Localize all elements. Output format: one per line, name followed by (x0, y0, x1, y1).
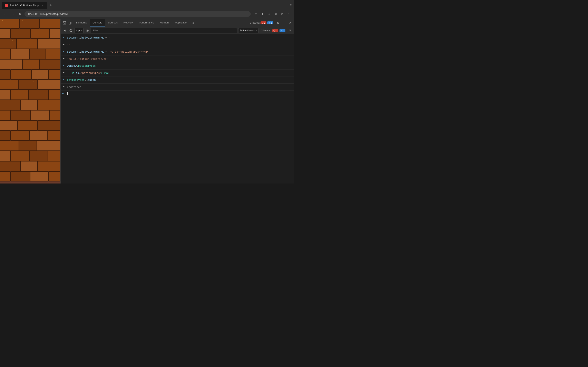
address-input[interactable] (25, 11, 251, 17)
brick-wall: // Bricks drawn as SVG rects in groups (0, 19, 61, 184)
console-entry: ▶ window.potionTypes (61, 62, 294, 69)
forward-button[interactable]: → (10, 11, 16, 17)
devtools-panel: Elements Console Sources Network Perform… (61, 19, 294, 184)
tab-favicon: B (5, 4, 8, 7)
svg-marker-67 (64, 30, 66, 32)
svg-rect-63 (71, 22, 71, 24)
svg-rect-45 (37, 141, 61, 151)
console-entry: ▶ document.body.innerHTML = `<a id="poti… (61, 48, 294, 55)
svg-rect-37 (18, 120, 37, 130)
execute-button[interactable] (62, 28, 67, 33)
svg-rect-53 (0, 171, 10, 181)
tab-memory[interactable]: Memory (157, 19, 172, 27)
svg-rect-28 (49, 90, 61, 100)
console-input-line[interactable]: ▶ (61, 91, 294, 98)
svg-rect-19 (11, 69, 31, 79)
devtools-settings-button[interactable]: ⚙ (275, 20, 281, 26)
new-tab-button[interactable]: + (48, 2, 53, 8)
svg-rect-68 (66, 30, 66, 32)
input-arrow: ▶ (63, 49, 67, 53)
devtools-options-button[interactable]: ⋮ (281, 20, 287, 26)
svg-point-71 (86, 30, 88, 31)
eye-button[interactable] (85, 28, 90, 33)
svg-rect-17 (40, 59, 61, 69)
clear-console-button[interactable] (68, 28, 73, 33)
devtools-right-icons: 3 Issues: ✕ 2 ℹ 1 ⚙ ⋮ ✕ (248, 20, 293, 26)
svg-rect-48 (30, 151, 48, 161)
svg-rect-13 (29, 49, 46, 59)
svg-rect-43 (0, 141, 19, 151)
menu-icon[interactable]: ⋮ (286, 11, 292, 17)
cast-icon[interactable]: ⊡ (253, 11, 259, 17)
console-settings-button[interactable]: ⚙ (287, 28, 292, 33)
tab-bar: B BatchCraft Potions Shop × + ≡ (0, 0, 294, 9)
svg-rect-47 (11, 151, 29, 161)
svg-rect-42 (47, 131, 61, 141)
extension-icon[interactable]: ⊞ (273, 11, 278, 17)
back-button[interactable]: ← (2, 11, 8, 17)
tab-sources[interactable]: Sources (105, 19, 121, 27)
tab-title: BatchCraft Potions Shop (10, 4, 39, 7)
tab-application[interactable]: Application (172, 19, 191, 27)
input-arrow: ▶ (63, 35, 67, 39)
issues-badge[interactable]: 3 Issues: ✕ 2 ℹ 1 (248, 21, 275, 25)
svg-text:ℹ: ℹ (281, 30, 282, 32)
main-content: // Bricks drawn as SVG rects in groups (0, 19, 294, 184)
devtools-close-button[interactable]: ✕ (287, 20, 293, 26)
svg-rect-60 (33, 81, 34, 82)
svg-rect-12 (11, 49, 29, 59)
console-output[interactable]: ▶ document.body.innerHTML = '' ◀ '' ▶ (61, 34, 294, 184)
svg-rect-2 (20, 19, 39, 28)
bookmark-icon[interactable]: ☆ (266, 11, 272, 17)
svg-text:✕: ✕ (262, 22, 263, 24)
cursor (67, 92, 68, 95)
svg-rect-36 (0, 120, 17, 130)
tab-elements[interactable]: Elements (73, 19, 90, 27)
more-tabs-button[interactable]: » (191, 19, 196, 27)
page-content: // Bricks drawn as SVG rects in groups (0, 19, 61, 184)
svg-rect-14 (46, 49, 61, 59)
levels-selector[interactable]: Default levels ▾ (238, 28, 259, 33)
svg-rect-16 (23, 59, 39, 69)
entry-content: document.body.innerHTML = '' (67, 35, 292, 41)
svg-rect-40 (11, 131, 29, 141)
refresh-button[interactable]: ↻ (17, 11, 23, 17)
levels-label: Default levels (240, 29, 255, 32)
svg-rect-6 (31, 29, 49, 39)
svg-rect-21 (49, 69, 61, 79)
svg-rect-49 (48, 151, 61, 161)
svg-rect-32 (0, 110, 10, 120)
console-entry: ◀ '<a id="potionTypes"></a>' (61, 55, 294, 63)
svg-rect-55 (30, 171, 48, 181)
svg-rect-27 (29, 90, 49, 100)
tab-close-button[interactable]: × (40, 4, 44, 7)
svg-rect-25 (0, 90, 10, 100)
device-button[interactable] (67, 20, 73, 26)
input-arrow: ▶ (63, 77, 67, 81)
console-entry: ▶ potionTypes.length (61, 76, 294, 83)
input-prompt[interactable] (66, 91, 292, 97)
console-entry: ◀ <a id="potionTypes"></a> (61, 69, 294, 77)
tab-performance[interactable]: Performance (136, 19, 157, 27)
tab-console[interactable]: Console (90, 19, 105, 27)
filter-input[interactable] (91, 28, 237, 33)
levels-arrow: ▾ (256, 29, 257, 32)
devtools-toolbar: Elements Console Sources Network Perform… (61, 19, 294, 27)
inspector-button[interactable] (61, 20, 67, 26)
tab-overflow-button[interactable]: ≡ (289, 3, 292, 8)
svg-rect-31 (38, 100, 61, 110)
output-arrow: ◀ (63, 56, 67, 60)
download-icon[interactable]: ⬇ (260, 11, 265, 17)
tab-network[interactable]: Network (121, 19, 136, 27)
entry-content: <a id="potionTypes"></a> (67, 70, 292, 76)
console-entry: ▶ document.body.innerHTML = '' (61, 34, 294, 42)
svg-rect-9 (17, 39, 37, 49)
svg-rect-35 (49, 110, 61, 120)
svg-rect-7 (49, 29, 61, 39)
active-tab[interactable]: B BatchCraft Potions Shop × (2, 2, 47, 9)
context-selector[interactable]: top ▾ (75, 28, 84, 33)
console-entry: ◀ undefined (61, 83, 294, 91)
error-badge: ✕ 2 (260, 21, 267, 24)
console-error-badge: ✕ 2 (272, 29, 278, 32)
profile-icon[interactable]: ⊙ (279, 11, 285, 17)
